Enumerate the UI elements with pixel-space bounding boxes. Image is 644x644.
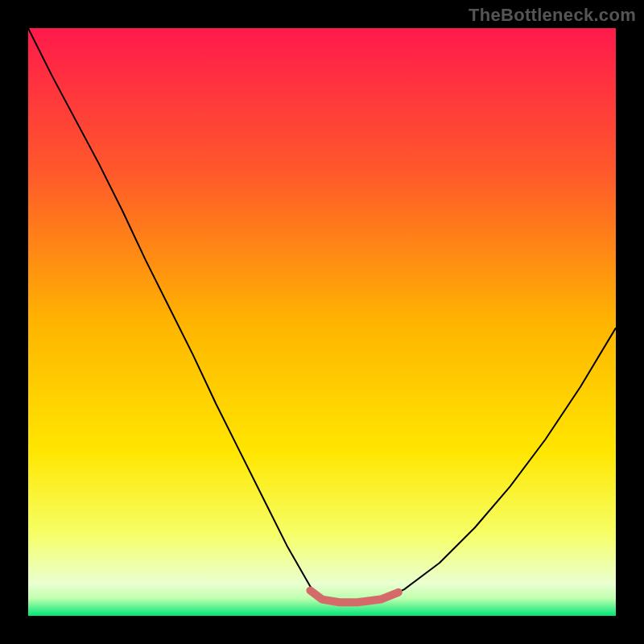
chart-svg <box>28 28 616 616</box>
gradient-background <box>28 28 616 616</box>
plot-area <box>28 28 616 616</box>
watermark-text: TheBottleneck.com <box>469 5 636 26</box>
chart-frame: TheBottleneck.com <box>0 0 644 644</box>
